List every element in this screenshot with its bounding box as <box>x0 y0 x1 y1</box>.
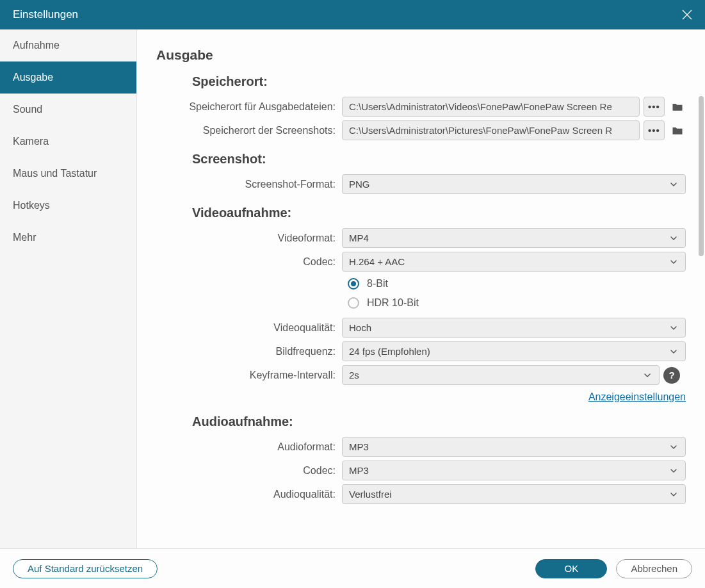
sidebar-item-maus-tastatur[interactable]: Maus und Tastatur <box>0 158 136 190</box>
sidebar-item-label: Mehr <box>13 232 36 243</box>
sidebar-item-hotkeys[interactable]: Hotkeys <box>0 190 136 222</box>
open-output-folder-icon[interactable] <box>669 98 686 115</box>
label-video-quality: Videoqualität: <box>156 322 342 334</box>
sidebar-item-mehr[interactable]: Mehr <box>0 222 136 254</box>
row-display-link: Anzeigeeinstellungen <box>156 391 686 403</box>
chevron-down-icon <box>669 489 679 500</box>
ok-button[interactable]: OK <box>535 559 607 578</box>
browse-screenshot-button[interactable]: ••• <box>644 120 665 140</box>
cancel-button[interactable]: Abbrechen <box>616 559 692 578</box>
video-codec-select[interactable]: H.264 + AAC <box>342 252 686 272</box>
row-output-path: Speicherort für Ausgabedateien: C:\Users… <box>156 97 686 117</box>
sidebar-item-label: Kamera <box>13 136 49 147</box>
audio-codec-select[interactable]: MP3 <box>342 461 686 480</box>
row-video-quality: Videoqualität: Hoch <box>156 318 686 338</box>
help-icon[interactable]: ? <box>663 367 680 384</box>
chevron-down-icon <box>669 257 679 267</box>
audio-quality-select[interactable]: Verlustfrei <box>342 484 686 504</box>
sidebar-item-kamera[interactable]: Kamera <box>0 126 136 158</box>
label-screenshot-path: Speicherort der Screenshots: <box>156 125 342 136</box>
keyframe-select[interactable]: 2s <box>342 365 660 385</box>
sidebar-item-label: Aufnahme <box>13 40 60 51</box>
sidebar-item-label: Sound <box>13 104 42 115</box>
row-audio-format: Audioformat: MP3 <box>156 437 686 457</box>
chevron-down-icon <box>669 179 679 190</box>
row-screenshot-path: Speicherort der Screenshots: C:\Users\Ad… <box>156 120 686 140</box>
row-screenshot-format: Screenshot-Format: PNG <box>156 174 686 194</box>
settings-window: Einstellungen Aufnahme Ausgabe Sound Kam… <box>0 0 705 588</box>
label-output-path: Speicherort für Ausgabedateien: <box>156 101 342 113</box>
row-video-codec: Codec: H.264 + AAC <box>156 252 686 272</box>
label-video-format: Videoformat: <box>156 233 342 244</box>
video-quality-select[interactable]: Hoch <box>342 318 686 338</box>
titlebar: Einstellungen <box>0 0 705 29</box>
close-icon[interactable] <box>681 8 693 21</box>
footer: Auf Standard zurücksetzen OK Abbrechen <box>0 548 705 588</box>
display-settings-link[interactable]: Anzeigeeinstellungen <box>588 391 686 403</box>
row-video-format: Videoformat: MP4 <box>156 228 686 248</box>
fps-select[interactable]: 24 fps (Empfohlen) <box>342 341 686 361</box>
content: Ausgabe Speicherort: Speicherort für Aus… <box>137 29 705 548</box>
radio-8bit-label: 8-Bit <box>367 278 388 290</box>
row-fps: Bildfrequenz: 24 fps (Empfohlen) <box>156 341 686 361</box>
screenshot-path-field[interactable]: C:\Users\Administrator\Pictures\FonePaw\… <box>342 120 640 140</box>
row-keyframe: Keyframe-Intervall: 2s ? <box>156 365 686 385</box>
video-format-select[interactable]: MP4 <box>342 228 686 248</box>
radio-unchecked-icon <box>348 297 359 309</box>
output-path-field[interactable]: C:\Users\Administrator\Videos\FonePaw\Fo… <box>342 97 640 117</box>
browse-output-button[interactable]: ••• <box>644 97 665 117</box>
row-audio-quality: Audioqualität: Verlustfrei <box>156 484 686 504</box>
chevron-down-icon <box>669 466 679 476</box>
screenshot-format-select[interactable]: PNG <box>342 174 686 194</box>
chevron-down-icon <box>642 370 652 380</box>
sidebar-item-label: Maus und Tastatur <box>13 168 97 179</box>
page-title: Ausgabe <box>156 47 686 63</box>
reset-defaults-button[interactable]: Auf Standard zurücksetzen <box>13 559 158 578</box>
section-video: Videoaufnahme: <box>192 206 686 220</box>
body: Aufnahme Ausgabe Sound Kamera Maus und T… <box>0 29 705 548</box>
section-screenshot: Screenshot: <box>192 152 686 167</box>
window-title: Einstellungen <box>13 8 78 21</box>
sidebar-item-label: Ausgabe <box>13 72 53 83</box>
sidebar-item-label: Hotkeys <box>13 200 50 211</box>
content-wrap: Ausgabe Speicherort: Speicherort für Aus… <box>137 29 705 548</box>
chevron-down-icon <box>669 323 679 333</box>
row-audio-codec: Codec: MP3 <box>156 461 686 480</box>
radio-checked-icon <box>348 278 359 290</box>
sidebar-item-sound[interactable]: Sound <box>0 94 136 126</box>
sidebar-item-aufnahme[interactable]: Aufnahme <box>0 29 136 61</box>
sidebar-item-ausgabe[interactable]: Ausgabe <box>0 61 136 94</box>
label-audio-format: Audioformat: <box>156 441 342 453</box>
label-fps: Bildfrequenz: <box>156 346 342 357</box>
chevron-down-icon <box>669 347 679 357</box>
chevron-down-icon <box>669 233 679 243</box>
label-video-codec: Codec: <box>156 256 342 268</box>
radio-8bit[interactable]: 8-Bit <box>348 275 686 292</box>
label-audio-quality: Audioqualität: <box>156 489 342 500</box>
audio-format-select[interactable]: MP3 <box>342 437 686 457</box>
sidebar: Aufnahme Ausgabe Sound Kamera Maus und T… <box>0 29 137 548</box>
scrollbar-thumb[interactable] <box>699 96 704 256</box>
radio-hdr-label: HDR 10-Bit <box>367 297 419 309</box>
section-audio: Audioaufnahme: <box>192 414 686 429</box>
open-screenshot-folder-icon[interactable] <box>669 122 686 139</box>
chevron-down-icon <box>669 442 679 452</box>
label-keyframe: Keyframe-Intervall: <box>156 370 342 381</box>
label-screenshot-format: Screenshot-Format: <box>156 179 342 190</box>
radio-hdr-10bit[interactable]: HDR 10-Bit <box>348 295 686 311</box>
label-audio-codec: Codec: <box>156 465 342 477</box>
section-storage: Speicherort: <box>192 74 686 89</box>
